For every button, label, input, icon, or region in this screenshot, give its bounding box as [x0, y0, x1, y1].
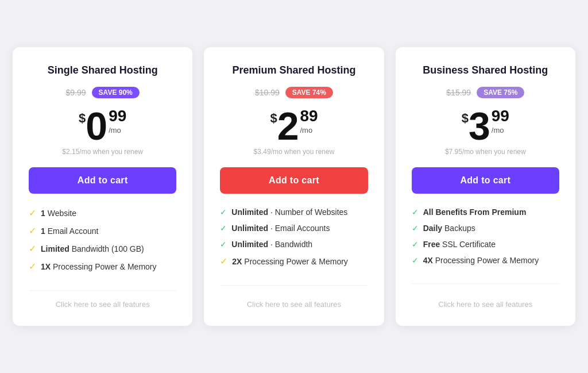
features-list-business: ✓ All Benefits From Premium ✓ Daily Back… — [412, 207, 559, 272]
plan-title-premium: Premium Shared Hosting — [232, 64, 355, 76]
price-mo-business: /mo — [492, 126, 509, 134]
save-badge-business: SAVE 75% — [477, 87, 524, 98]
price-display-business: $ 3 99 /mo — [462, 106, 509, 145]
feature-text-single-2: Limited Bandwidth (100 GB) — [41, 244, 144, 253]
check-icon-business-3: ✓ — [412, 256, 419, 265]
price-cents-mo-single: 99 /mo — [109, 106, 126, 134]
check-icon-single-1: ✓ — [29, 225, 36, 236]
plan-title-business: Business Shared Hosting — [423, 64, 548, 76]
plan-card-premium: Premium Shared Hosting $10.99 SAVE 74% $… — [204, 47, 384, 326]
feature-item-business-2: ✓ Free SSL Certificate — [412, 240, 559, 249]
price-row-single: $9.99 SAVE 90% — [66, 87, 140, 98]
price-display-premium: $ 2 89 /mo — [270, 106, 318, 145]
price-mo-single: /mo — [109, 126, 126, 134]
check-icon-business-0: ✓ — [412, 207, 419, 217]
price-cents-business: 99 — [492, 106, 509, 126]
feature-item-premium-0: ✓ Unlimited · Number of Websites — [220, 207, 368, 217]
feature-item-single-3: ✓ 1X Processing Power & Memory — [29, 261, 176, 272]
check-icon-premium-3: ✓ — [220, 256, 227, 267]
check-icon-premium-2: ✓ — [220, 240, 227, 249]
add-to-cart-button-business[interactable]: Add to cart — [412, 167, 559, 194]
save-badge-single: SAVE 90% — [92, 87, 140, 98]
see-all-features-premium[interactable]: Click here to see all features — [247, 300, 341, 309]
price-cents-single: 99 — [109, 106, 126, 126]
price-dollar-premium: $ — [270, 111, 277, 126]
feature-text-premium-2: Unlimited · Bandwidth — [231, 240, 312, 249]
feature-text-single-0: 1 Website — [41, 209, 76, 218]
price-cents-mo-premium: 89 /mo — [300, 106, 318, 134]
pricing-container: Single Shared Hosting $9.99 SAVE 90% $ 0… — [13, 47, 575, 326]
price-main-premium: 2 — [277, 106, 299, 145]
feature-text-business-3: 4X Processing Power & Memory — [423, 256, 539, 265]
original-price-premium: $10.99 — [255, 88, 280, 97]
feature-text-single-1: 1 Email Account — [41, 226, 98, 236]
price-main-single: 0 — [86, 106, 107, 145]
feature-item-single-1: ✓ 1 Email Account — [29, 225, 176, 236]
original-price-single: $9.99 — [66, 88, 86, 97]
feature-item-business-1: ✓ Daily Backups — [412, 224, 559, 233]
price-cents-premium: 89 — [300, 106, 318, 126]
price-cents-mo-business: 99 /mo — [492, 106, 509, 134]
renew-note-premium: $3.49/mo when you renew — [254, 148, 335, 156]
feature-text-business-2: Free SSL Certificate — [423, 240, 496, 249]
add-to-cart-button-single[interactable]: Add to cart — [29, 167, 176, 194]
original-price-business: $15.99 — [446, 88, 471, 97]
feature-text-business-1: Daily Backups — [423, 224, 475, 233]
plan-card-business: Business Shared Hosting $15.99 SAVE 75% … — [396, 47, 575, 326]
price-display-single: $ 0 99 /mo — [79, 106, 126, 145]
add-to-cart-button-premium[interactable]: Add to cart — [220, 167, 368, 194]
feature-item-premium-1: ✓ Unlimited · Email Accounts — [220, 224, 368, 233]
price-dollar-single: $ — [79, 111, 86, 126]
plan-card-single: Single Shared Hosting $9.99 SAVE 90% $ 0… — [13, 47, 192, 326]
divider-single — [29, 290, 176, 291]
feature-text-business-0: All Benefits From Premium — [423, 207, 527, 217]
feature-item-single-2: ✓ Limited Bandwidth (100 GB) — [29, 243, 176, 254]
see-all-features-business[interactable]: Click here to see all features — [438, 300, 532, 309]
see-all-features-single[interactable]: Click here to see all features — [56, 300, 150, 309]
renew-note-business: $7.95/mo when you renew — [445, 148, 526, 156]
check-icon-single-2: ✓ — [29, 243, 36, 254]
price-row-premium: $10.99 SAVE 74% — [255, 87, 333, 98]
feature-item-business-3: ✓ 4X Processing Power & Memory — [412, 256, 559, 265]
feature-item-premium-3: ✓ 2X Processing Power & Memory — [220, 256, 368, 267]
divider-premium — [220, 285, 368, 286]
feature-text-single-3: 1X Processing Power & Memory — [41, 262, 157, 271]
save-badge-premium: SAVE 74% — [285, 87, 333, 98]
price-dollar-business: $ — [462, 111, 469, 126]
plan-title-single: Single Shared Hosting — [48, 64, 158, 76]
feature-item-premium-2: ✓ Unlimited · Bandwidth — [220, 240, 368, 249]
features-list-premium: ✓ Unlimited · Number of Websites ✓ Unlim… — [220, 207, 368, 274]
renew-note-single: $2.15/mo when you renew — [62, 148, 143, 156]
divider-business — [412, 283, 559, 284]
feature-text-premium-1: Unlimited · Email Accounts — [231, 224, 330, 233]
check-icon-business-2: ✓ — [412, 240, 419, 249]
feature-text-premium-3: 2X Processing Power & Memory — [232, 257, 348, 266]
feature-item-business-0: ✓ All Benefits From Premium — [412, 207, 559, 217]
check-icon-single-3: ✓ — [29, 261, 36, 272]
feature-item-single-0: ✓ 1 Website — [29, 207, 176, 218]
feature-text-premium-0: Unlimited · Number of Websites — [231, 207, 347, 217]
price-row-business: $15.99 SAVE 75% — [446, 87, 524, 98]
price-main-business: 3 — [469, 106, 490, 145]
check-icon-single-0: ✓ — [29, 207, 36, 218]
features-list-single: ✓ 1 Website ✓ 1 Email Account ✓ Limited … — [29, 207, 176, 279]
check-icon-business-1: ✓ — [412, 224, 419, 233]
check-icon-premium-0: ✓ — [220, 207, 227, 217]
price-mo-premium: /mo — [300, 126, 318, 134]
check-icon-premium-1: ✓ — [220, 224, 227, 233]
